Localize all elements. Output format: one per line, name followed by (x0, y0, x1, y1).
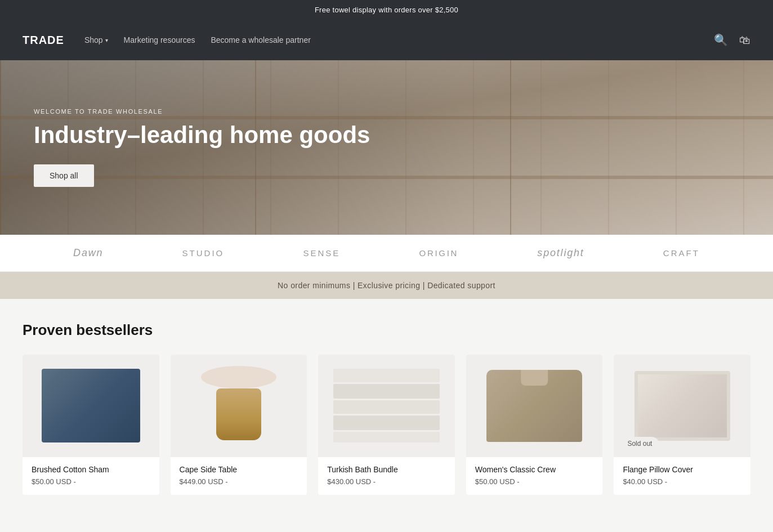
product-image-wrap-sham (23, 355, 159, 457)
product-info-sham: Brushed Cotton Sham $50.00 USD - (23, 457, 159, 495)
brands-strip: Dawn STUDIO SENSE ORIGIN spotlight CRAFT (0, 235, 773, 272)
search-icon[interactable]: 🔍 (714, 33, 728, 47)
pillow-graphic (42, 369, 140, 442)
brand-origin[interactable]: ORIGIN (419, 248, 459, 258)
product-price-flange: $40.00 USD - (623, 477, 741, 486)
sweater-graphic (486, 370, 582, 441)
towels-graphic (333, 369, 440, 442)
towel-3 (333, 400, 440, 414)
cart-icon[interactable]: 🛍 (739, 34, 750, 47)
product-price-sham: $50.00 USD - (32, 477, 150, 486)
product-image-sham (23, 355, 159, 457)
hero-title: Industry–leading home goods (34, 122, 370, 149)
announcement-text: Free towel display with orders over $2,5… (315, 6, 458, 14)
product-info-sweater: Women's Classic Crew $50.00 USD - (466, 457, 603, 495)
products-grid: Brushed Cotton Sham $50.00 USD - Cape Si… (23, 355, 750, 495)
product-name-sham: Brushed Cotton Sham (32, 465, 150, 474)
table-graphic (201, 366, 276, 446)
product-image-table (171, 355, 307, 457)
brand-sense[interactable]: SENSE (303, 248, 340, 258)
towel-2 (333, 384, 440, 399)
features-text: No order minimums | Exclusive pricing | … (278, 281, 495, 290)
towel-4 (333, 415, 440, 430)
product-card-towels[interactable]: Turkish Bath Bundle $430.00 USD - (318, 355, 455, 495)
products-section: Proven bestsellers Brushed Cotton Sham $… (0, 299, 773, 506)
product-image-wrap-flange: Sold out (614, 355, 750, 457)
product-price-towels: $430.00 USD - (327, 477, 446, 486)
product-price-table: $449.00 USD - (180, 477, 298, 486)
hero-subtitle: WELCOME TO TRADE WHOLESALE (34, 108, 370, 115)
product-image-towels (318, 355, 455, 457)
hero-section: WELCOME TO TRADE WHOLESALE Industry–lead… (0, 60, 773, 235)
towel-1 (333, 369, 440, 382)
product-info-table: Cape Side Table $449.00 USD - (171, 457, 307, 495)
product-image-sweater (466, 355, 603, 457)
product-name-flange: Flange Pillow Cover (623, 465, 741, 474)
hero-content: WELCOME TO TRADE WHOLESALE Industry–lead… (0, 108, 404, 187)
product-image-wrap-table (171, 355, 307, 457)
product-image-wrap-sweater (466, 355, 603, 457)
header-left: TRADE Shop ▾ Marketing resources Become … (23, 34, 311, 47)
product-card-flange[interactable]: Sold out Flange Pillow Cover $40.00 USD … (614, 355, 750, 495)
nav-shop[interactable]: Shop ▾ (84, 35, 108, 44)
section-title: Proven bestsellers (23, 321, 750, 339)
chevron-down-icon: ▾ (105, 37, 108, 43)
main-nav: Shop ▾ Marketing resources Become a whol… (84, 35, 311, 44)
flange-pillow-graphic (635, 371, 730, 441)
product-name-sweater: Women's Classic Crew (475, 465, 594, 474)
brand-studio[interactable]: STUDIO (182, 248, 225, 258)
features-bar: No order minimums | Exclusive pricing | … (0, 272, 773, 299)
nav-wholesale[interactable]: Become a wholesale partner (211, 35, 310, 44)
brand-spotlight[interactable]: spotlight (537, 247, 584, 259)
product-info-towels: Turkish Bath Bundle $430.00 USD - (318, 457, 455, 495)
table-top-graphic (201, 366, 276, 388)
product-name-table: Cape Side Table (180, 465, 298, 474)
announcement-bar: Free towel display with orders over $2,5… (0, 0, 773, 20)
product-card-table[interactable]: Cape Side Table $449.00 USD - (171, 355, 307, 495)
table-leg-graphic (216, 388, 261, 440)
product-card-sham[interactable]: Brushed Cotton Sham $50.00 USD - (23, 355, 159, 495)
logo[interactable]: TRADE (23, 34, 64, 47)
nav-marketing[interactable]: Marketing resources (124, 35, 195, 44)
header: TRADE Shop ▾ Marketing resources Become … (0, 20, 773, 60)
product-info-flange: Flange Pillow Cover $40.00 USD - (614, 457, 750, 495)
brand-craft[interactable]: CRAFT (663, 248, 700, 258)
header-right: 🔍 🛍 (714, 33, 750, 47)
brand-dawn[interactable]: Dawn (73, 247, 103, 259)
product-price-sweater: $50.00 USD - (475, 477, 594, 486)
product-name-towels: Turkish Bath Bundle (327, 465, 446, 474)
product-card-sweater[interactable]: Women's Classic Crew $50.00 USD - (466, 355, 603, 495)
product-image-wrap-towels (318, 355, 455, 457)
towel-5 (333, 432, 440, 442)
hero-cta-button[interactable]: Shop all (34, 164, 94, 187)
sold-out-badge: Sold out (620, 437, 659, 450)
